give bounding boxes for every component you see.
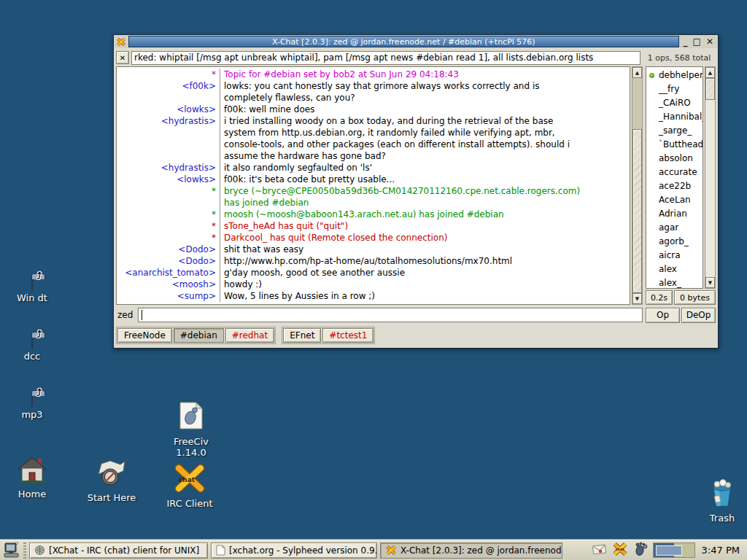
taskbar-task-sylpheed[interactable]: [xchat.org - Sylpheed version 0.9.2] <box>211 542 377 559</box>
deop-button[interactable]: DeOp <box>681 308 716 323</box>
desktop-icon-home[interactable]: Home <box>1 457 63 499</box>
user-list-item[interactable]: ace22b <box>646 179 703 193</box>
minimize-button[interactable]: _ <box>684 36 688 47</box>
user-list-item[interactable]: AceLan <box>646 193 703 207</box>
folder-icon <box>31 395 33 407</box>
titlebar[interactable]: X-Chat [2.0.3]: zed @ jordan.freenode.ne… <box>114 35 718 48</box>
chat-line: <Dodo> http://www.hp.com/hp-at-home/au/t… <box>117 255 630 267</box>
taskbar-task-xchat-site[interactable]: [XChat - IRC (chat) client for UNIX] <box>29 542 208 559</box>
tab-efnet[interactable]: EFnet <box>283 328 321 343</box>
user-nick: absolon <box>659 153 693 163</box>
scroll-down-icon[interactable]: ▼ <box>632 293 642 304</box>
chat-nick: <hydrastis> <box>117 115 220 127</box>
chat-nick: <lowks> <box>117 174 220 185</box>
chat-line: assume the hardware has gone bad? <box>117 150 630 162</box>
user-nick: debhelper <box>659 70 703 80</box>
server-tab-group-freenode: FreeNode #debian #redhat <box>116 327 276 344</box>
scroll-up-icon[interactable]: ▲ <box>705 67 715 78</box>
maximize-button[interactable]: □ <box>693 36 701 47</box>
user-nick: __fry <box>659 84 679 94</box>
desktop-icon-freeciv[interactable]: FreeCiv 1.14.0 <box>160 400 222 458</box>
xchat-logo-icon: chat <box>173 464 206 495</box>
chat-text: console-tools, and other packages (each … <box>220 139 570 150</box>
user-list-item[interactable]: _CAiRO <box>646 96 703 110</box>
scrollbar-trough[interactable] <box>705 100 715 277</box>
scrollbar-thumb[interactable] <box>632 129 642 293</box>
desktop-icon-trash[interactable]: Trash <box>695 478 747 524</box>
chat-nick: * <box>117 232 220 244</box>
chat-text: has joined #debian <box>220 197 309 209</box>
op-button[interactable]: Op <box>646 308 680 323</box>
user-list-item[interactable]: _sarge_ <box>646 124 703 138</box>
tab-tctest1[interactable]: #tctest1 <box>322 328 374 343</box>
panel-drag-handle[interactable] <box>23 542 26 559</box>
user-nick: _Hannibal_ <box>659 112 703 122</box>
gnome-foot-icon[interactable] <box>633 542 648 559</box>
chat-line: has joined #debian <box>117 197 630 209</box>
chat-text: bryce (~bryce@CPE0050ba59d36b-CM01427011… <box>220 185 580 197</box>
workspace-1[interactable] <box>654 543 674 557</box>
chat-text: system from http.us.debian.org, it rando… <box>220 127 555 139</box>
shortcut-arrow-icon: ⤴ <box>37 329 42 340</box>
mail-tray-icon[interactable] <box>592 543 607 557</box>
user-list-item[interactable]: __fry <box>646 82 703 96</box>
chat-text: completely flawless, can you? <box>220 92 355 104</box>
user-list-item[interactable]: aicra <box>646 249 703 262</box>
chat-text: sTone_heAd has quit ("quit") <box>220 220 348 232</box>
user-list-item[interactable]: agorb_ <box>646 235 703 249</box>
user-list-item[interactable]: debhelper <box>646 69 703 82</box>
user-nick: agorb_ <box>659 236 689 246</box>
desktop-icon-dcc[interactable]: ⤴ dcc <box>1 338 63 362</box>
message-input[interactable] <box>138 308 643 322</box>
userlist-scrollbar[interactable]: ▲ ▼ <box>705 66 716 289</box>
user-list-item[interactable]: _Hannibal_ <box>646 110 703 124</box>
chat-nick <box>117 139 220 150</box>
chat-text: shit that was easy <box>220 244 303 255</box>
computer-launcher-icon[interactable] <box>3 542 20 559</box>
desktop-icon-win-dt[interactable]: ⤴ Win dt <box>1 279 63 303</box>
folder-icon <box>31 337 33 349</box>
chat-line: completely flawless, can you? <box>117 92 630 104</box>
chat-nick: * <box>117 220 220 232</box>
chat-line: <hydrastis> it also randomly segfaulted … <box>117 162 630 174</box>
desktop-icon-mp3[interactable]: ⤴ mp3 <box>1 396 63 420</box>
topic-close-button[interactable]: ✕ <box>116 51 129 64</box>
taskbar-task-xchat[interactable]: X-Chat [2.0.3]: zed @ jordan.freenode.r <box>380 542 562 559</box>
scroll-up-icon[interactable]: ▲ <box>632 67 642 78</box>
user-list-item[interactable]: alex <box>646 262 703 276</box>
user-list-item[interactable]: Adrian <box>646 207 703 221</box>
chat-nick <box>117 92 220 104</box>
user-list[interactable]: debhelper __fry _CAiRO _Hannibal_ _sarge… <box>646 66 703 289</box>
user-list-item[interactable]: absolon <box>646 152 703 166</box>
trash-icon <box>708 478 736 510</box>
close-button[interactable]: ✕ <box>706 36 713 47</box>
chat-scrollbar[interactable]: ▲ ▼ <box>632 66 643 305</box>
task-label: [xchat.org - Sylpheed version 0.9.2] <box>229 545 377 556</box>
user-list-item[interactable]: agar <box>646 221 703 235</box>
chat-nick: * <box>117 69 220 80</box>
workspace-switcher[interactable] <box>653 542 695 558</box>
xchat-tray-icon[interactable]: chat <box>612 542 628 559</box>
chat-nick: <lowks> <box>117 104 220 115</box>
chat-nick <box>117 127 220 139</box>
chat-message-area[interactable]: * Topic for #debian set by bob2 at Sun J… <box>116 66 630 305</box>
topic-input[interactable]: rked: whiptail [/msg apt unbreak whiptai… <box>131 51 640 65</box>
user-list-item[interactable]: `Butthead <box>646 138 703 152</box>
tab-redhat[interactable]: #redhat <box>225 328 274 343</box>
user-list-item[interactable]: accurate <box>646 166 703 179</box>
scrollbar-thumb[interactable] <box>705 78 715 100</box>
lag-indicator: 0.2s <box>646 290 673 305</box>
desktop-icon-start-here[interactable]: Start Here <box>81 459 142 503</box>
tab-freenode[interactable]: FreeNode <box>117 328 172 343</box>
folder-icon <box>31 279 33 290</box>
server-tab-group-efnet: EFnet #tctest1 <box>282 327 375 344</box>
chat-nick: <Dodo> <box>117 255 220 267</box>
scrollbar-trough[interactable] <box>632 78 642 129</box>
desktop-icon-irc-client[interactable]: chat IRC Client <box>159 464 220 509</box>
tab-debian[interactable]: #debian <box>174 328 224 343</box>
clock[interactable]: 3:47 PM <box>700 545 744 556</box>
user-list-item[interactable]: alex_ <box>646 276 703 289</box>
xchat-logo-icon <box>385 545 397 556</box>
scroll-down-icon[interactable]: ▼ <box>705 277 715 288</box>
document-icon <box>216 545 225 556</box>
